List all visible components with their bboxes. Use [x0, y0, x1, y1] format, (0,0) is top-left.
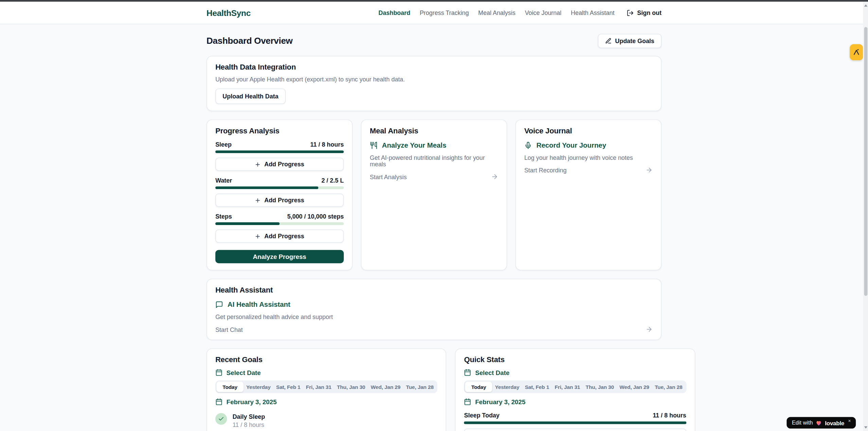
date-tab[interactable]: Yesterday — [492, 381, 522, 392]
heart-icon — [816, 419, 822, 426]
recent-goals-card: Recent Goals Select Date Today Yesterday — [207, 349, 446, 431]
meal-analysis-card: Meal Analysis Analyze Your Meals Get AI-… — [361, 119, 507, 270]
metric-value: 2 / 2.5 L — [321, 177, 344, 184]
metric-row: Water 2 / 2.5 L Add Progress — [215, 177, 344, 207]
metric-value: 5,000 / 10,000 steps — [287, 213, 343, 220]
analyze-your-meals-link[interactable]: Analyze Your Meals — [370, 142, 498, 149]
feature-description: Get personalized health advice and suppo… — [215, 314, 653, 320]
edit-with-lovable-badge[interactable]: Edit with lovable × — [787, 417, 856, 429]
add-progress-button[interactable]: Add Progress — [215, 193, 344, 207]
date-tab[interactable]: Yesterday — [244, 381, 273, 392]
current-date-button[interactable]: February 3, 2025 — [215, 398, 438, 405]
main-nav: Dashboard Progress Tracking Meal Analysi… — [378, 10, 615, 16]
card-title: Progress Analysis — [215, 127, 344, 135]
current-date-button[interactable]: February 3, 2025 — [464, 398, 686, 405]
card-title: Health Data Integration — [215, 63, 653, 71]
progress-bar-fill — [215, 222, 280, 225]
scroll-down-arrow-icon[interactable] — [864, 426, 867, 429]
add-progress-label: Add Progress — [264, 161, 304, 168]
metric-list: Sleep 11 / 8 hours Add Progress — [215, 141, 344, 243]
arrow-right-icon — [645, 326, 653, 333]
top-edge-bar — [0, 0, 868, 2]
select-date-button[interactable]: Select Date — [464, 369, 686, 376]
progress-bar-track — [464, 421, 686, 424]
card-title: Recent Goals — [215, 356, 438, 364]
health-data-integration-card: Health Data Integration Upload your Appl… — [207, 56, 661, 111]
current-date-label: February 3, 2025 — [226, 398, 277, 405]
ai-health-assistant-link[interactable]: AI Health Assistant — [215, 301, 653, 308]
card-title: Voice Journal — [524, 127, 653, 135]
goal-label: Daily Sleep — [232, 413, 265, 420]
arrow-right-icon — [645, 166, 653, 173]
start-analysis-link[interactable]: Start Analysis — [370, 173, 498, 180]
start-recording-link[interactable]: Start Recording — [524, 166, 653, 173]
lovable-brand: lovable — [825, 419, 844, 426]
add-progress-button[interactable]: Add Progress — [215, 229, 344, 243]
sign-out-label: Sign out — [637, 10, 662, 16]
date-tab[interactable]: Tue, Jan 28 — [403, 381, 437, 392]
progress-bar-fill — [215, 186, 318, 189]
metric-label: Steps — [215, 213, 232, 220]
microphone-icon — [524, 142, 532, 149]
stat-label: Sleep Today — [464, 412, 499, 419]
date-tab[interactable]: Tue, Jan 28 — [652, 381, 685, 392]
voice-journal-card: Voice Journal Record Your Journey Log yo… — [515, 119, 661, 270]
progress-analysis-card: Progress Analysis Sleep 11 / 8 hours — [207, 119, 353, 270]
add-progress-button[interactable]: Add Progress — [464, 429, 686, 431]
logout-icon — [627, 9, 634, 16]
start-chat-link[interactable]: Start Chat — [215, 326, 653, 333]
metric-row: Steps 5,000 / 10,000 steps Add Progres — [215, 213, 344, 243]
goal-list: Daily Sleep 11 / 8 hours — [215, 413, 438, 428]
analyze-progress-button[interactable]: Analyze Progress — [215, 250, 344, 263]
scroll-up-arrow-icon[interactable] — [864, 4, 867, 7]
utensils-icon — [370, 142, 378, 149]
arrow-right-icon — [491, 173, 498, 180]
date-tab[interactable]: Sat, Feb 1 — [273, 381, 303, 392]
metric-label: Sleep — [215, 141, 232, 148]
nav-item[interactable]: Progress Tracking — [420, 10, 468, 16]
date-tab[interactable]: Thu, Jan 30 — [334, 381, 368, 392]
date-tab[interactable]: Thu, Jan 30 — [583, 381, 617, 392]
add-progress-label: Add Progress — [264, 197, 304, 204]
date-tab[interactable]: Fri, Jan 31 — [552, 381, 583, 392]
sign-out-button[interactable]: Sign out — [627, 9, 662, 16]
nav-item[interactable]: Voice Journal — [525, 10, 562, 16]
date-tab[interactable]: Fri, Jan 31 — [303, 381, 334, 392]
app-logo: HealthSync — [207, 8, 251, 18]
nav-item[interactable]: Health Assistant — [571, 10, 615, 16]
feature-description: Get AI-powered nutritional insights for … — [370, 154, 498, 168]
nav-item[interactable]: Dashboard — [378, 10, 410, 16]
date-tab[interactable]: Today — [216, 381, 243, 392]
page-title: Dashboard Overview — [207, 36, 293, 46]
stat-value: 11 / 8 hours — [653, 412, 686, 419]
integration-description: Upload your Apple Health export (export.… — [215, 76, 653, 82]
feature-heading: Record Your Journey — [536, 142, 606, 149]
vertical-scrollbar[interactable] — [863, 2, 868, 431]
close-icon[interactable]: × — [848, 418, 851, 423]
lovable-prefix: Edit with — [792, 420, 813, 426]
card-title: Meal Analysis — [370, 127, 498, 135]
date-tabs: Today Yesterday Sat, Feb 1 Fri, Jan 31 T… — [215, 380, 438, 393]
card-title: Quick Stats — [464, 356, 686, 364]
metric-value: 11 / 8 hours — [310, 141, 344, 148]
plus-icon — [255, 197, 261, 203]
select-date-button[interactable]: Select Date — [215, 369, 438, 376]
goal-item: Daily Sleep 11 / 8 hours — [215, 413, 438, 428]
update-goals-button[interactable]: Update Goals — [598, 34, 661, 48]
app-page: HealthSync Dashboard Progress Tracking M… — [0, 0, 868, 431]
nav-item[interactable]: Meal Analysis — [478, 10, 516, 16]
date-tab[interactable]: Wed, Jan 29 — [617, 381, 652, 392]
date-tab[interactable]: Sat, Feb 1 — [522, 381, 552, 392]
upload-health-data-button[interactable]: Upload Health Data — [215, 89, 286, 104]
calendar-icon — [215, 369, 223, 376]
feature-description: Log your health journey with voice notes — [524, 154, 653, 161]
date-tab[interactable]: Wed, Jan 29 — [368, 381, 403, 392]
record-your-journey-link[interactable]: Record Your Journey — [524, 142, 653, 149]
calendar-icon — [215, 398, 223, 405]
add-progress-button[interactable]: Add Progress — [215, 157, 344, 171]
select-date-label: Select Date — [226, 369, 261, 376]
chat-bubble-icon — [215, 301, 223, 308]
date-tab[interactable]: Today — [465, 381, 492, 392]
browser-extension-tab[interactable] — [850, 44, 863, 60]
scrollbar-thumb[interactable] — [864, 27, 867, 296]
